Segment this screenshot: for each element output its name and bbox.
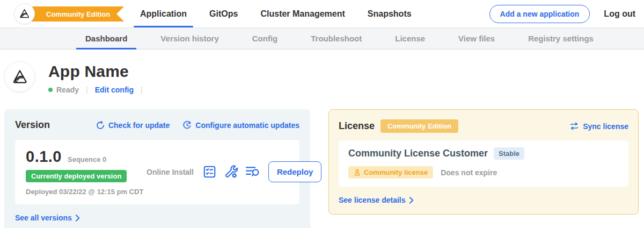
app-header-text: App Name Ready | Edit config | xyxy=(48,61,150,94)
tab-view-files[interactable]: View files xyxy=(442,28,511,49)
version-number: 0.1.0 xyxy=(26,148,62,166)
version-card: Version Check for update Configure au xyxy=(4,109,310,228)
tab-label: License xyxy=(395,34,425,43)
version-card-title: Version xyxy=(15,119,50,131)
top-nav-items: Application GitOps Cluster Management Sn… xyxy=(129,0,423,27)
sync-license-link[interactable]: Sync license xyxy=(569,122,628,131)
tab-dashboard[interactable]: Dashboard xyxy=(69,28,144,49)
replicated-logo-icon xyxy=(18,8,31,20)
app-header: App Name Ready | Edit config | xyxy=(0,49,644,94)
expiry-text: Does not expire xyxy=(441,168,497,177)
top-nav-application[interactable]: Application xyxy=(129,0,198,27)
top-nav-label: Cluster Management xyxy=(260,9,345,19)
top-nav-cluster-management[interactable]: Cluster Management xyxy=(249,0,356,27)
top-nav-gitops[interactable]: GitOps xyxy=(198,0,249,27)
view-diff-icon[interactable] xyxy=(245,165,260,179)
license-meta-row: Community license Does not expire xyxy=(348,166,619,179)
link-label: Sync license xyxy=(583,122,628,131)
currently-deployed-badge: Currently deployed version xyxy=(26,170,127,182)
version-actions: Online Install xyxy=(147,161,321,182)
community-edition-badge: Community Edition xyxy=(380,119,458,133)
config-wrench-icon[interactable] xyxy=(224,165,238,179)
chevron-right-icon xyxy=(409,197,414,204)
top-nav-label: GitOps xyxy=(209,9,238,19)
customer-row: Community License Customer Stable xyxy=(348,147,619,160)
channel-badge: Stable xyxy=(494,147,524,160)
divider: | xyxy=(86,86,88,94)
version-info: 0.1.0 Sequence 0 Currently deployed vers… xyxy=(26,148,147,196)
badge-label: Community license xyxy=(364,168,428,176)
check-for-update-link[interactable]: Check for update xyxy=(96,120,170,130)
link-label: See license details xyxy=(339,196,406,204)
edit-config-link[interactable]: Edit config xyxy=(95,86,134,94)
auto-update-clock-icon xyxy=(182,120,192,130)
logout-button[interactable]: Log out xyxy=(604,9,635,19)
current-version-panel: 0.1.0 Sequence 0 Currently deployed vers… xyxy=(15,140,299,204)
version-card-header: Version Check for update Configure au xyxy=(15,119,299,131)
top-nav-label: Snapshots xyxy=(368,9,412,19)
person-icon xyxy=(354,169,361,176)
add-application-button[interactable]: Add a new application xyxy=(489,5,590,23)
replicated-logo-badge xyxy=(14,3,35,24)
license-card: License Community Edition Sync license C… xyxy=(328,109,639,215)
replicated-logo-icon xyxy=(11,68,29,86)
license-details-panel: Community License Customer Stable Commun… xyxy=(339,140,628,187)
tab-license[interactable]: License xyxy=(378,28,442,49)
customer-name: Community License Customer xyxy=(348,148,488,159)
app-icon xyxy=(4,61,35,92)
tab-registry-settings[interactable]: Registry settings xyxy=(511,28,610,49)
tab-label: Troubleshoot xyxy=(311,34,362,43)
tab-label: Registry settings xyxy=(528,34,594,43)
refresh-icon xyxy=(96,121,105,130)
link-label: Configure automatic updates xyxy=(195,121,299,130)
dashboard-cards: Version Check for update Configure au xyxy=(0,109,644,228)
redeploy-button[interactable]: Redeploy xyxy=(268,161,322,182)
configure-automatic-updates-link[interactable]: Configure automatic updates xyxy=(182,120,299,130)
install-type-label: Online Install xyxy=(147,168,194,176)
ready-status-dot xyxy=(48,88,53,92)
link-label: See all versions xyxy=(15,213,72,222)
app-status-row: Ready | Edit config | xyxy=(48,86,150,94)
sync-arrows-icon xyxy=(569,122,579,130)
license-type-badge: Community license xyxy=(348,166,433,179)
tab-troubleshoot[interactable]: Troubleshoot xyxy=(294,28,378,49)
tab-config[interactable]: Config xyxy=(236,28,294,49)
tab-label: Config xyxy=(252,34,277,43)
top-nav-snapshots[interactable]: Snapshots xyxy=(356,0,423,27)
preflight-checklist-icon[interactable] xyxy=(202,165,217,179)
license-card-header: License Community Edition Sync license xyxy=(339,119,628,133)
tab-label: Version history xyxy=(160,34,218,43)
top-nav-bar: Community Edition Application GitOps Clu… xyxy=(0,0,644,27)
sequence-label: Sequence 0 xyxy=(68,155,106,163)
tab-label: View files xyxy=(458,34,495,43)
page-title: App Name xyxy=(48,62,150,81)
see-license-details-link[interactable]: See license details xyxy=(339,196,628,204)
deployed-timestamp: Deployed 03/22/22 @ 12:15 pm CDT xyxy=(26,188,147,196)
link-label: Check for update xyxy=(108,121,170,130)
divider: | xyxy=(141,86,143,94)
version-card-links: Check for update Configure automatic upd… xyxy=(96,120,299,130)
tab-version-history[interactable]: Version history xyxy=(144,28,235,49)
tab-label: Dashboard xyxy=(85,34,127,43)
see-all-versions-link[interactable]: See all versions xyxy=(15,213,299,222)
community-edition-ribbon: Community Edition xyxy=(24,6,124,22)
top-nav-right: Add a new application Log out xyxy=(489,5,635,23)
brand-badge: Community Edition xyxy=(8,0,118,27)
top-nav-label: Application xyxy=(140,9,187,19)
status-badge: Ready xyxy=(56,86,79,94)
chevron-right-icon xyxy=(75,215,80,222)
license-card-title: License xyxy=(339,120,375,132)
edition-ribbon-label: Community Edition xyxy=(46,10,110,18)
sub-nav-bar: Dashboard Version history Config Trouble… xyxy=(0,27,644,49)
